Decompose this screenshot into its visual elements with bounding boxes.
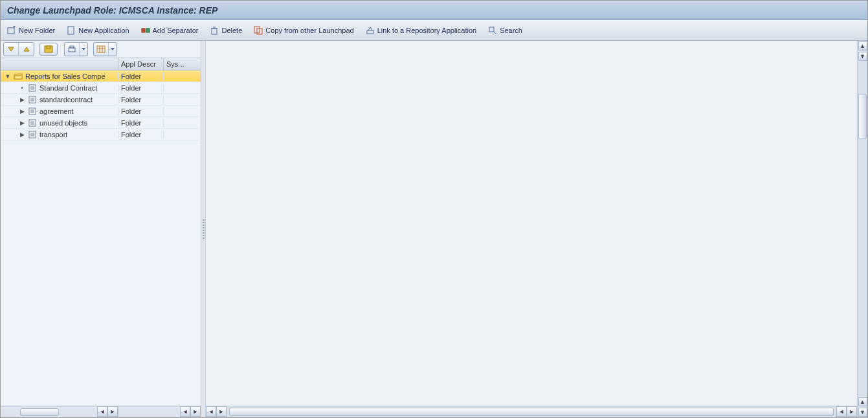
vscroll-track[interactable]: [858, 61, 867, 397]
tree-col2-hscroll[interactable]: [118, 406, 180, 417]
document-icon: [28, 96, 37, 104]
row-expander[interactable]: ▶: [19, 120, 25, 126]
row-appl-descr: Folder: [118, 96, 164, 104]
svg-rect-18: [69, 48, 75, 52]
trash-icon: [210, 26, 219, 35]
layout-dropdown-button[interactable]: [109, 43, 117, 56]
svg-marker-15: [24, 47, 29, 51]
tree-header: Appl Descr Sys...: [1, 58, 201, 71]
svg-rect-3: [68, 27, 74, 34]
row-expander[interactable]: ▶: [19, 131, 25, 138]
collapse-all-button[interactable]: [19, 43, 34, 56]
tree-header-col3[interactable]: Sys...: [164, 58, 201, 70]
print-dropdown-button[interactable]: [80, 43, 87, 56]
document-icon: [28, 119, 37, 127]
left-panel: Appl Descr Sys... ▼Reports for Sales Com…: [1, 41, 201, 417]
left-bottom-scroll: ◄ ► ◄ ►: [1, 406, 201, 417]
svg-rect-17: [47, 46, 50, 49]
search-label: Search: [500, 27, 522, 34]
tree-row[interactable]: ▼Reports for Sales CompeFolder: [1, 71, 201, 82]
row-expander[interactable]: ▶: [19, 108, 25, 115]
row-appl-descr: Folder: [118, 72, 164, 80]
svg-marker-14: [8, 47, 14, 51]
new-application-icon: [67, 26, 76, 35]
row-appl-descr: Folder: [118, 107, 164, 115]
right-panel: ◄ ► ◄ ►: [205, 41, 857, 417]
svg-rect-21: [97, 46, 105, 52]
row-label: agreement: [39, 107, 74, 115]
tree-row[interactable]: ▶transportFolder: [1, 129, 201, 140]
tree-row[interactable]: ▶agreementFolder: [1, 105, 201, 117]
copy-from-button[interactable]: Copy from other Launchpad: [251, 23, 356, 38]
right-scroll-right[interactable]: ◄: [836, 406, 847, 417]
print-button[interactable]: [65, 43, 80, 56]
copy-from-label: Copy from other Launchpad: [265, 27, 353, 34]
app-frame: Change Launchpad Role: ICMSCA Instance: …: [0, 0, 868, 418]
tree-col1-scroll-right[interactable]: ►: [107, 406, 118, 417]
tree-col1-scroll-left[interactable]: ◄: [97, 406, 107, 417]
row-expander[interactable]: •: [19, 85, 25, 91]
tree-row[interactable]: ▶unused objectsFolder: [1, 117, 201, 129]
tree-row[interactable]: ▶standardcontractFolder: [1, 94, 201, 105]
row-appl-descr: Folder: [118, 131, 164, 138]
body-region: Appl Descr Sys... ▼Reports for Sales Com…: [1, 41, 867, 417]
svg-marker-25: [111, 48, 115, 50]
search-icon: [488, 26, 497, 35]
svg-rect-12: [489, 27, 494, 32]
new-application-button[interactable]: New Application: [64, 23, 131, 38]
svg-rect-19: [70, 46, 74, 48]
document-icon: [28, 84, 37, 92]
layout-button[interactable]: [94, 43, 109, 56]
new-folder-label: New Folder: [19, 27, 55, 34]
right-scroll-far-left[interactable]: ◄: [206, 406, 216, 417]
title-bar: Change Launchpad Role: ICMSCA Instance: …: [1, 1, 867, 20]
link-repo-button[interactable]: Link to a Repository Application: [363, 23, 479, 38]
row-expander[interactable]: ▶: [19, 96, 25, 103]
tree-col1-hscroll[interactable]: [1, 406, 97, 417]
vscroll-thumb[interactable]: [858, 94, 867, 139]
document-icon: [28, 131, 37, 138]
right-hscroll-track[interactable]: [227, 406, 836, 417]
tree-col2-scroll-right[interactable]: ►: [190, 406, 201, 417]
folder-open-icon: [14, 72, 23, 80]
vscroll-up-bottom[interactable]: ▲: [858, 397, 867, 406]
link-repo-icon: [366, 26, 375, 35]
add-separator-button[interactable]: Add Separator: [139, 23, 201, 38]
layout-group: [93, 42, 117, 56]
new-folder-button[interactable]: New Folder: [5, 23, 58, 38]
right-bottom-scroll: ◄ ► ◄ ►: [206, 406, 857, 417]
main-toolbar: New Folder New Application Add Separator…: [1, 20, 867, 41]
print-group: [64, 42, 88, 56]
search-button[interactable]: Search: [485, 23, 525, 38]
right-scroll-left[interactable]: ►: [216, 406, 227, 417]
link-repo-label: Link to a Repository Application: [377, 27, 476, 34]
row-label: transport: [39, 131, 67, 138]
svg-rect-5: [146, 28, 150, 32]
expand-all-button[interactable]: [4, 43, 19, 56]
tree-header-col1[interactable]: [1, 58, 118, 70]
row-label: unused objects: [39, 119, 87, 127]
new-folder-icon: [7, 26, 16, 35]
svg-rect-6: [212, 28, 217, 34]
row-expander[interactable]: ▼: [5, 73, 11, 80]
svg-marker-20: [82, 48, 85, 50]
delete-label: Delete: [221, 27, 242, 34]
tree-col2-scroll-left[interactable]: ◄: [180, 406, 190, 417]
row-label: Reports for Sales Compe: [25, 72, 106, 80]
tree-header-col2[interactable]: Appl Descr: [118, 58, 164, 70]
tree: ▼Reports for Sales CompeFolder•Standard …: [1, 71, 201, 406]
document-icon: [28, 107, 37, 115]
copy-icon: [254, 26, 263, 35]
right-scroll-far-right[interactable]: ►: [847, 406, 857, 417]
svg-rect-0: [8, 28, 14, 34]
vscroll-down-top[interactable]: ▼: [858, 52, 867, 61]
tree-row[interactable]: •Standard ContractFolder: [1, 82, 201, 94]
row-appl-descr: Folder: [118, 119, 164, 127]
save-layout-button[interactable]: [39, 43, 58, 56]
row-label: Standard Contract: [39, 84, 97, 92]
add-separator-icon: [141, 26, 150, 35]
vscroll-down[interactable]: ▼: [858, 408, 867, 417]
vscroll-up[interactable]: ▲: [858, 41, 867, 50]
svg-rect-4: [142, 28, 145, 32]
delete-button[interactable]: Delete: [207, 23, 245, 38]
